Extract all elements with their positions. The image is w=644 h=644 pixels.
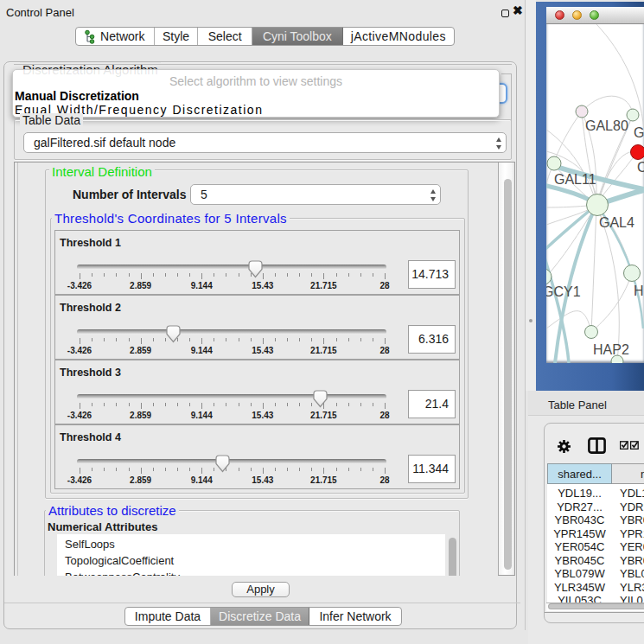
svg-text:GAL11: GAL11 (554, 172, 596, 187)
svg-text:GCY1: GCY1 (546, 284, 581, 299)
svg-text:GAL4: GAL4 (599, 215, 634, 230)
svg-text:GA: GA (634, 125, 644, 140)
svg-text:C: C (637, 160, 644, 175)
svg-text:GAL80: GAL80 (585, 118, 628, 133)
svg-text:HAP2: HAP2 (593, 342, 629, 357)
svg-text:H: H (634, 284, 644, 298)
